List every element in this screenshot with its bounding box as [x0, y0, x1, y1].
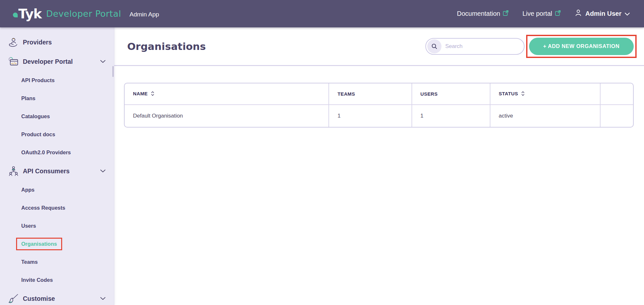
- header-controls: + ADD NEW ORGANISATION: [425, 35, 637, 58]
- column-header-users: USERS: [412, 83, 490, 104]
- live-portal-link[interactable]: Live portal: [522, 10, 561, 18]
- sidebar-item-api-products[interactable]: API Products: [0, 71, 114, 89]
- svg-text:</>: </>: [11, 62, 17, 65]
- cell-status: active: [490, 104, 600, 127]
- sidebar-item-label: Organisations: [21, 241, 57, 247]
- search-icon: [427, 39, 441, 53]
- sidebar-item-label: Apps: [21, 187, 34, 193]
- live-portal-label: Live portal: [522, 10, 552, 17]
- sidebar-item-access-requests[interactable]: Access Requests: [0, 199, 114, 217]
- user-name: Admin User: [585, 10, 621, 17]
- sidebar: Providers </> Developer Portal API Produ…: [0, 27, 114, 305]
- cell-actions: [600, 104, 633, 127]
- sidebar-scrollbar-thumb[interactable]: [112, 66, 114, 77]
- sidebar-item-label: Teams: [21, 259, 38, 265]
- sidebar-item-label: OAuth2.0 Providers: [21, 149, 71, 156]
- sidebar-section-label: API Consumers: [23, 167, 70, 175]
- admin-app-label: Admin App: [129, 11, 159, 18]
- tyk-leaf-icon: [13, 13, 18, 17]
- annotation-box-organisations: Organisations: [16, 238, 62, 250]
- sidebar-item-label: Catalogues: [21, 113, 50, 119]
- chevron-down-icon: [100, 169, 106, 173]
- customise-icon: [8, 294, 19, 303]
- search-input[interactable]: [445, 43, 524, 50]
- sidebar-item-customise[interactable]: Customise: [0, 289, 114, 305]
- column-label: USERS: [421, 91, 438, 97]
- user-menu[interactable]: Admin User: [574, 9, 630, 18]
- column-header-status[interactable]: STATUS: [490, 83, 600, 104]
- cell-teams: 1: [328, 104, 411, 127]
- chevron-down-icon: [100, 297, 106, 300]
- api-consumers-icon: [8, 166, 19, 176]
- main-content: Organisations + ADD NEW ORGANISATION: [114, 27, 644, 305]
- sidebar-item-oauth2-providers[interactable]: OAuth2.0 Providers: [0, 143, 114, 161]
- sidebar-item-label: Access Requests: [21, 205, 65, 211]
- tyk-logo[interactable]: Tyk Developer Portal: [13, 7, 121, 20]
- logo-text: Tyk: [18, 7, 42, 20]
- organisations-table: NAME TEAMS USERS STATUS Default Or: [124, 83, 634, 128]
- column-label: NAME: [133, 91, 148, 96]
- sidebar-section-label: Customise: [23, 295, 55, 302]
- column-header-teams: TEAMS: [328, 83, 411, 104]
- sidebar-item-product-docs[interactable]: Product docs: [0, 125, 114, 143]
- documentation-link[interactable]: Documentation: [457, 10, 509, 18]
- sidebar-section-label: Providers: [23, 39, 52, 46]
- external-link-icon: [503, 10, 509, 18]
- column-label: STATUS: [499, 91, 518, 96]
- cell-users: 1: [412, 104, 490, 127]
- sidebar-item-users[interactable]: Users: [0, 217, 114, 235]
- sort-icon: [151, 91, 155, 97]
- sidebar-item-label: Product docs: [21, 131, 55, 138]
- sidebar-item-providers[interactable]: Providers: [0, 33, 114, 52]
- sidebar-item-label: Users: [21, 223, 36, 229]
- developer-portal-icon: </>: [8, 56, 19, 67]
- annotation-box-add-button: + ADD NEW ORGANISATION: [526, 35, 637, 58]
- column-header-actions: [600, 83, 633, 104]
- table-header-row: NAME TEAMS USERS STATUS: [125, 83, 633, 104]
- sidebar-section-label: Developer Portal: [23, 58, 73, 65]
- providers-icon: [8, 37, 19, 47]
- add-new-organisation-button[interactable]: + ADD NEW ORGANISATION: [529, 38, 634, 55]
- chevron-down-icon: [100, 60, 106, 63]
- page-title: Organisations: [127, 41, 206, 52]
- sidebar-item-label: Invite Codes: [21, 277, 53, 283]
- documentation-label: Documentation: [457, 10, 500, 17]
- sidebar-item-label: API Products: [21, 77, 55, 83]
- sidebar-item-label: Plans: [21, 95, 35, 101]
- user-icon: [574, 9, 582, 18]
- sidebar-item-catalogues[interactable]: Catalogues: [0, 107, 114, 125]
- top-navbar: Tyk Developer Portal Admin App Documenta…: [0, 0, 644, 27]
- sort-icon: [521, 91, 525, 97]
- chevron-down-icon: [625, 10, 630, 17]
- navbar-right: Documentation Live portal: [457, 9, 630, 18]
- sidebar-item-developer-portal[interactable]: </> Developer Portal: [0, 52, 114, 71]
- column-header-name[interactable]: NAME: [125, 83, 328, 104]
- sidebar-item-plans[interactable]: Plans: [0, 89, 114, 107]
- table-row[interactable]: Default Organisation 1 1 active: [125, 104, 633, 127]
- sidebar-item-invite-codes[interactable]: Invite Codes: [0, 271, 114, 289]
- search-box: [425, 38, 525, 55]
- column-label: TEAMS: [337, 91, 355, 97]
- cell-name: Default Organisation: [125, 104, 328, 127]
- external-link-icon: [555, 10, 561, 18]
- sidebar-item-organisations[interactable]: Organisations: [0, 235, 114, 253]
- sidebar-item-apps[interactable]: Apps: [0, 181, 114, 199]
- sidebar-item-api-consumers[interactable]: API Consumers: [0, 161, 114, 181]
- sidebar-item-teams[interactable]: Teams: [0, 253, 114, 271]
- logo-subtext: Developer Portal: [46, 9, 121, 19]
- page-header: Organisations + ADD NEW ORGANISATION: [114, 27, 644, 66]
